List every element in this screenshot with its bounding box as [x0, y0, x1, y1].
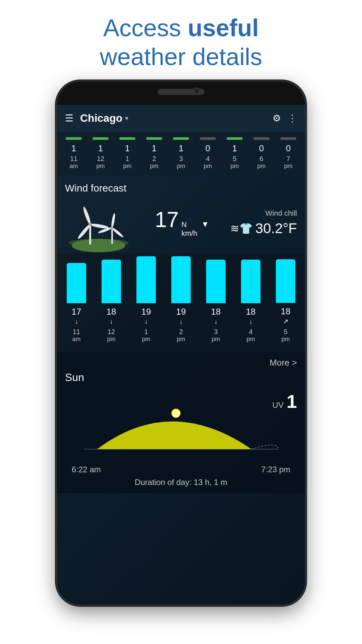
wind-chill-value: ≋👕 30.2°F [230, 220, 297, 236]
wind-chill-label: Wind chill [230, 209, 297, 218]
uv-bar-indicator [227, 137, 243, 140]
wind-bar-time: 2 [179, 328, 183, 336]
uv-bar-item: 0 6 pm [249, 137, 274, 170]
uv-bar-time: 4 [206, 155, 209, 163]
phone-camera [193, 88, 200, 94]
wind-bars-section: 17 ↓ 11 am 18 ↓ 12 pm 19 ↓ 1 pm 19 ↓ 2 p… [57, 253, 305, 352]
svg-point-8 [111, 213, 116, 228]
header-line1: Access useful [20, 13, 342, 42]
wind-unit: km/h [181, 229, 197, 238]
wind-bar-speed: 18 [211, 307, 221, 317]
wind-forecast-title: Wind forecast [65, 182, 297, 194]
uv-bar-item: 1 12 pm [88, 137, 113, 170]
wind-speed-unit: N km/h [181, 220, 197, 238]
wind-bar-item: 17 ↓ 11 am [62, 263, 91, 343]
wind-bars-row: 17 ↓ 11 am 18 ↓ 12 pm 19 ↓ 1 pm 19 ↓ 2 p… [59, 256, 303, 343]
uv-bar-item: 0 4 pm [196, 137, 220, 170]
wind-bar-item: 18 ↗ 5 pm [271, 259, 300, 343]
uv-bar-indicator [146, 137, 162, 140]
wind-bar-speed: 17 [72, 307, 81, 317]
svg-rect-7 [111, 228, 113, 244]
wind-bar-rect [276, 259, 295, 303]
uv-bar-indicator [119, 137, 135, 140]
wind-content: 17 N km/h ▾ Wind chill ≋👕 30.2°F [65, 199, 297, 246]
sunset-time: 7:23 pm [261, 465, 290, 474]
wind-bar-rect [67, 263, 86, 303]
uv-bar-time: 12 [97, 155, 104, 163]
wind-bar-item: 19 ↓ 2 pm [166, 256, 196, 343]
wind-bar-item: 18 ↓ 12 pm [97, 260, 126, 343]
uv-bar-value: 1 [232, 143, 237, 154]
wind-direction: N [181, 220, 187, 229]
svg-point-4 [90, 223, 109, 229]
wind-bar-speed: 18 [246, 307, 256, 317]
wind-bar-ampm: pm [246, 336, 255, 343]
uv-bar-row: 1 11 am 1 12 pm 1 1 pm 1 2 pm 1 3 pm 0 4 [60, 137, 302, 170]
settings-icon[interactable]: ⚙ [273, 113, 281, 124]
wind-bar-rect [241, 260, 260, 303]
wind-bar-rect [206, 260, 226, 303]
wind-bar-speed: 18 [107, 307, 116, 317]
wind-bar-item: 18 ↓ 3 pm [201, 260, 231, 343]
wind-speed-value: 17 [155, 207, 179, 232]
wind-bar-speed: 19 [176, 307, 186, 317]
uv-bar-time: 11 [70, 155, 77, 163]
uv-bar-item: 1 1 pm [115, 137, 139, 170]
uv-bar-value: 0 [259, 143, 264, 154]
city-selector[interactable]: Chicago ▾ [80, 112, 128, 124]
uv-bar-section: 1 11 am 1 12 pm 1 1 pm 1 2 pm 1 3 pm 0 4 [57, 132, 305, 176]
sun-arc-svg [65, 387, 297, 461]
uv-bar-value: 1 [179, 143, 183, 154]
svg-rect-2 [89, 224, 91, 245]
uv-bar-item: 1 2 pm [142, 137, 166, 170]
uv-bar-indicator [173, 137, 189, 140]
wind-bar-time: 5 [284, 328, 287, 336]
wind-bar-direction-icon: ↓ [249, 318, 252, 325]
page-header: Access useful weather details [0, 0, 362, 82]
uv-bar-time: 3 [179, 155, 183, 163]
wind-chill-block: Wind chill ≋👕 30.2°F [230, 209, 297, 236]
uv-bar-time: 5 [233, 155, 236, 163]
wind-bar-rect [102, 260, 121, 303]
uv-bar-ampm: pm [123, 163, 131, 170]
wind-bar-speed: 18 [281, 306, 291, 317]
more-link[interactable]: More > [65, 358, 297, 368]
app-bar: ☰ Chicago ▾ ⚙ ⋮ [57, 105, 305, 132]
wind-bar-ampm: pm [281, 336, 290, 343]
uv-bar-ampm: pm [96, 163, 105, 170]
uv-bar-time: 7 [286, 155, 290, 163]
city-name: Chicago [80, 112, 122, 124]
svg-point-11 [111, 226, 113, 229]
sunrise-time: 6:22 am [72, 465, 101, 474]
svg-point-3 [82, 206, 92, 225]
uv-label: UV [273, 400, 284, 410]
wind-bar-time: 4 [249, 328, 252, 336]
wind-bar-ampm: pm [212, 336, 220, 343]
wind-bar-time: 3 [214, 328, 218, 336]
wind-bar-direction-icon: ↗ [283, 317, 289, 325]
phone-frame: ☰ Chicago ▾ ⚙ ⋮ 1 11 am 1 12 pm 1 1 [57, 82, 305, 605]
sun-chart-area: UV 1 [65, 387, 297, 488]
uv-bar-value: 0 [286, 143, 291, 154]
wind-bar-direction-icon: ↓ [75, 318, 78, 325]
wind-bar-ampm: pm [142, 336, 150, 343]
uv-bar-time: 2 [152, 155, 156, 163]
menu-icon[interactable]: ☰ [65, 113, 73, 124]
uv-bar-indicator [280, 137, 296, 140]
more-options-icon[interactable]: ⋮ [288, 113, 297, 124]
uv-bar-value: 1 [71, 143, 76, 154]
uv-bar-indicator [93, 137, 109, 140]
sun-times-row: 6:22 am 7:23 pm [65, 465, 297, 474]
uv-bar-item: 1 11 am [62, 137, 86, 170]
uv-bar-indicator [253, 137, 269, 140]
phone-top-bar [57, 82, 305, 105]
sun-section: More > Sun UV 1 [57, 352, 305, 493]
uv-bar-indicator [66, 137, 82, 140]
wind-bar-ampm: pm [107, 336, 115, 343]
wind-bar-rect [171, 256, 191, 303]
wind-speed-block: 17 N km/h ▾ [155, 207, 207, 238]
uv-bar-ampm: pm [284, 163, 292, 170]
uv-bar-value: 0 [205, 143, 210, 154]
uv-bar-ampm: am [69, 163, 78, 170]
wind-bar-time: 12 [108, 328, 115, 336]
